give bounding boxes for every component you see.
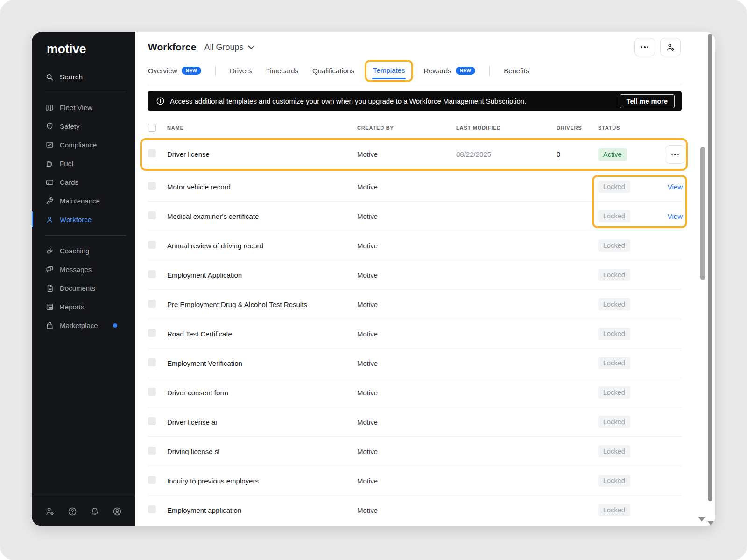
tab-benefits[interactable]: Benefits: [504, 67, 529, 75]
sidebar: motive Search Fleet ViewSafetyCompliance…: [32, 32, 135, 526]
sidebar-primary-nav: Fleet ViewSafetyComplianceFuelCardsMaint…: [32, 98, 135, 229]
template-name: Medical examiner's certificate: [167, 212, 357, 220]
column-header-last-modified: LAST MODIFIED: [456, 125, 557, 131]
sidebar-item-maintenance[interactable]: Maintenance: [32, 191, 135, 210]
sidebar-item-documents[interactable]: Documents: [32, 279, 135, 297]
bag-icon: [45, 321, 54, 330]
status-badge: Locked: [598, 357, 630, 369]
tab-qualifications[interactable]: Qualifications: [312, 67, 354, 75]
page-scrollbar-thumb[interactable]: [708, 34, 712, 501]
row-checkbox[interactable]: [148, 241, 156, 249]
created-by: Motive: [357, 271, 456, 279]
select-all-checkbox[interactable]: [148, 124, 156, 132]
template-name: Road Test Certificate: [167, 330, 357, 338]
status-badge: Locked: [598, 269, 630, 281]
tab-drivers[interactable]: Drivers: [230, 67, 252, 75]
new-badge: NEW: [182, 67, 202, 75]
column-header-created-by: CREATED BY: [357, 125, 456, 131]
page-scroll-down-arrow[interactable]: [708, 521, 714, 526]
sidebar-divider: [45, 235, 126, 236]
created-by: Motive: [357, 477, 456, 485]
table-row: Inquiry to previous employersMotiveLocke…: [148, 466, 682, 496]
tab-overview[interactable]: OverviewNEW: [148, 67, 201, 75]
template-name: Employment application: [167, 506, 357, 514]
status-badge: Locked: [598, 239, 630, 252]
list-scroll-down-arrow[interactable]: [698, 517, 705, 522]
search-label: Search: [60, 73, 83, 81]
view-link[interactable]: View: [668, 183, 683, 191]
created-by: Motive: [357, 330, 456, 338]
user-gear-icon[interactable]: [45, 506, 55, 517]
row-checkbox[interactable]: [148, 358, 156, 366]
sidebar-item-messages[interactable]: Messages: [32, 260, 135, 279]
row-checkbox[interactable]: [148, 149, 156, 157]
user-settings-button[interactable]: [660, 38, 681, 56]
row-checkbox[interactable]: [148, 270, 156, 278]
templates-tab-highlight-annotation: Templates: [365, 60, 413, 82]
row-checkbox[interactable]: [148, 476, 156, 484]
created-by: Motive: [357, 301, 456, 308]
table-header: NAME CREATED BY LAST MODIFIED DRIVERS ST…: [148, 119, 682, 137]
bell-icon[interactable]: [90, 506, 100, 517]
template-name: Driver license ai: [167, 418, 357, 426]
group-selector[interactable]: All Groups: [204, 42, 254, 52]
whistle-icon: [45, 246, 54, 255]
group-selector-label: All Groups: [204, 42, 243, 52]
drivers-count: 0: [557, 150, 598, 159]
sidebar-item-cards[interactable]: Cards: [32, 173, 135, 191]
tab-bar: OverviewNEWDriversTimecardsQualification…: [148, 56, 682, 85]
wrench-icon: [45, 196, 54, 205]
sidebar-item-workforce[interactable]: Workforce: [32, 210, 135, 229]
banner-message: Access additional templates and customiz…: [170, 97, 614, 105]
notification-dot: [113, 323, 117, 328]
sidebar-item-fleet-view[interactable]: Fleet View: [32, 98, 135, 117]
tell-me-more-button[interactable]: Tell me more: [620, 94, 675, 108]
row-checkbox[interactable]: [148, 447, 156, 455]
tab-timecards[interactable]: Timecards: [266, 67, 298, 75]
sidebar-item-marketplace[interactable]: Marketplace: [32, 316, 135, 335]
row-checkbox[interactable]: [148, 300, 156, 308]
sidebar-item-compliance[interactable]: Compliance: [32, 135, 135, 154]
tab-divider: [215, 66, 216, 76]
tab-rewards[interactable]: RewardsNEW: [423, 67, 475, 75]
shield-icon: [45, 122, 54, 131]
status-badge: Locked: [598, 475, 630, 487]
created-by: Motive: [357, 389, 456, 397]
account-icon[interactable]: [112, 506, 122, 517]
row-checkbox[interactable]: [148, 505, 156, 513]
row-checkbox[interactable]: [148, 388, 156, 396]
created-by: Motive: [357, 418, 456, 426]
last-modified: 08/22/2025: [456, 150, 557, 158]
view-link[interactable]: View: [668, 212, 683, 220]
document-icon: [45, 284, 54, 293]
row-menu-button[interactable]: [665, 145, 685, 164]
created-by: Motive: [357, 183, 456, 191]
drivers-count-link[interactable]: 0: [557, 150, 560, 160]
info-icon: [156, 97, 164, 105]
sidebar-search[interactable]: Search: [32, 69, 135, 85]
sidebar-item-coaching[interactable]: Coaching: [32, 241, 135, 260]
messages-icon: [45, 265, 54, 274]
help-icon[interactable]: [67, 506, 78, 517]
column-header-drivers: DRIVERS: [557, 125, 598, 131]
sidebar-item-safety[interactable]: Safety: [32, 117, 135, 135]
page-header: Workforce All Groups: [135, 32, 715, 56]
user-gear-icon: [666, 42, 676, 52]
card-icon: [45, 178, 54, 187]
list-scrollbar-thumb[interactable]: [700, 147, 705, 280]
row-checkbox[interactable]: [148, 182, 156, 190]
ellipsis-icon: [671, 154, 679, 155]
table-row: Driver licenseMotive08/22/20250Active: [148, 137, 682, 172]
sidebar-item-label: Coaching: [60, 247, 89, 255]
sidebar-item-label: Documents: [60, 284, 95, 292]
sidebar-item-label: Safety: [60, 122, 80, 130]
more-actions-button[interactable]: [634, 38, 655, 56]
row-checkbox[interactable]: [148, 211, 156, 219]
row-checkbox[interactable]: [148, 417, 156, 425]
tab-templates[interactable]: Templates: [373, 66, 405, 74]
tab-label: Timecards: [266, 67, 298, 75]
sidebar-item-fuel[interactable]: Fuel: [32, 154, 135, 173]
sidebar-item-reports[interactable]: Reports: [32, 297, 135, 316]
row-checkbox[interactable]: [148, 329, 156, 337]
chevron-down-icon: [248, 45, 254, 49]
